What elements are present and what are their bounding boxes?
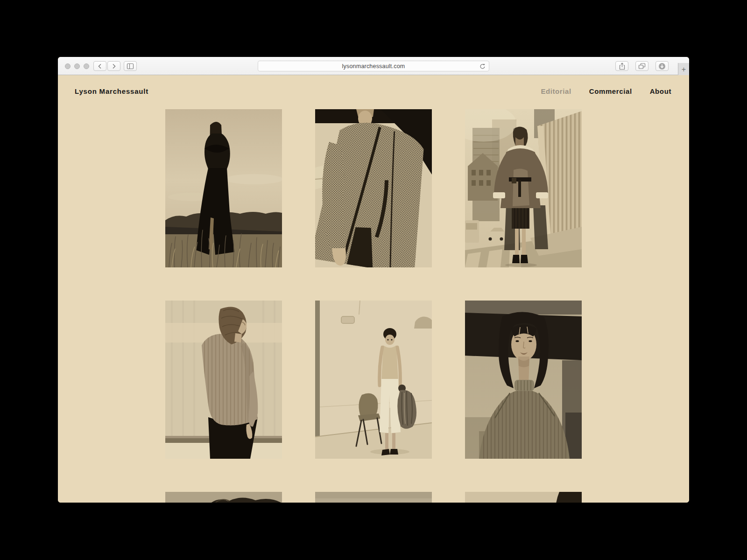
sidebar-button[interactable] bbox=[124, 61, 137, 71]
gallery-photo-5[interactable] bbox=[315, 301, 432, 459]
reload-icon bbox=[479, 63, 486, 70]
forward-button[interactable] bbox=[107, 61, 120, 71]
gallery-photo-2[interactable] bbox=[315, 109, 432, 267]
browser-toolbar: lysonmarchessault.com + bbox=[58, 57, 689, 75]
gallery-photo-4[interactable] bbox=[165, 301, 282, 459]
photo-1-image bbox=[165, 109, 282, 267]
reload-button[interactable] bbox=[479, 63, 486, 70]
page-content: Lyson Marchessault Editorial Commercial … bbox=[58, 75, 689, 503]
nav-item-editorial[interactable]: Editorial bbox=[541, 87, 571, 95]
gallery-photo-8[interactable] bbox=[315, 492, 432, 503]
address-bar[interactable]: lysonmarchessault.com bbox=[258, 61, 489, 71]
photo-7-image bbox=[165, 492, 282, 503]
tabs-overview-icon bbox=[638, 63, 646, 70]
site-logo[interactable]: Lyson Marchessault bbox=[75, 87, 148, 95]
history-buttons bbox=[93, 61, 120, 71]
back-button[interactable] bbox=[93, 61, 106, 71]
gallery-photo-7[interactable] bbox=[165, 492, 282, 503]
photo-2-image bbox=[315, 109, 432, 267]
site-nav: Editorial Commercial About bbox=[541, 87, 671, 95]
photo-9-image bbox=[465, 492, 582, 503]
download-icon bbox=[658, 63, 666, 70]
close-button[interactable] bbox=[65, 63, 70, 69]
zoom-button[interactable] bbox=[84, 63, 89, 69]
photo-grid bbox=[165, 109, 582, 503]
photo-4-image bbox=[165, 301, 282, 459]
chevron-right-icon bbox=[111, 63, 117, 70]
nav-item-about[interactable]: About bbox=[650, 87, 671, 95]
window-controls bbox=[65, 63, 89, 69]
chevron-left-icon bbox=[97, 63, 103, 70]
gallery-photo-1[interactable] bbox=[165, 109, 282, 267]
photo-6-image bbox=[465, 301, 582, 459]
browser-window: lysonmarchessault.com + Lyson March bbox=[58, 57, 689, 503]
gallery-photo-9[interactable] bbox=[465, 492, 582, 503]
photo-3-image bbox=[465, 109, 582, 267]
photo-5-image bbox=[315, 301, 432, 459]
address-url: lysonmarchessault.com bbox=[342, 63, 405, 70]
desktop-background: lysonmarchessault.com + Lyson March bbox=[0, 0, 747, 560]
nav-item-commercial[interactable]: Commercial bbox=[589, 87, 632, 95]
plus-icon: + bbox=[682, 66, 686, 73]
share-button[interactable] bbox=[615, 61, 628, 71]
share-icon bbox=[619, 63, 626, 70]
tabs-overview-button[interactable] bbox=[635, 61, 648, 71]
minimize-button[interactable] bbox=[74, 63, 80, 69]
sidebar-icon bbox=[127, 63, 134, 70]
photo-8-image bbox=[315, 492, 432, 503]
downloads-button[interactable] bbox=[655, 61, 669, 71]
gallery-photo-3[interactable] bbox=[465, 109, 582, 267]
toolbar-actions bbox=[615, 61, 669, 71]
gallery-photo-6[interactable] bbox=[465, 301, 582, 459]
